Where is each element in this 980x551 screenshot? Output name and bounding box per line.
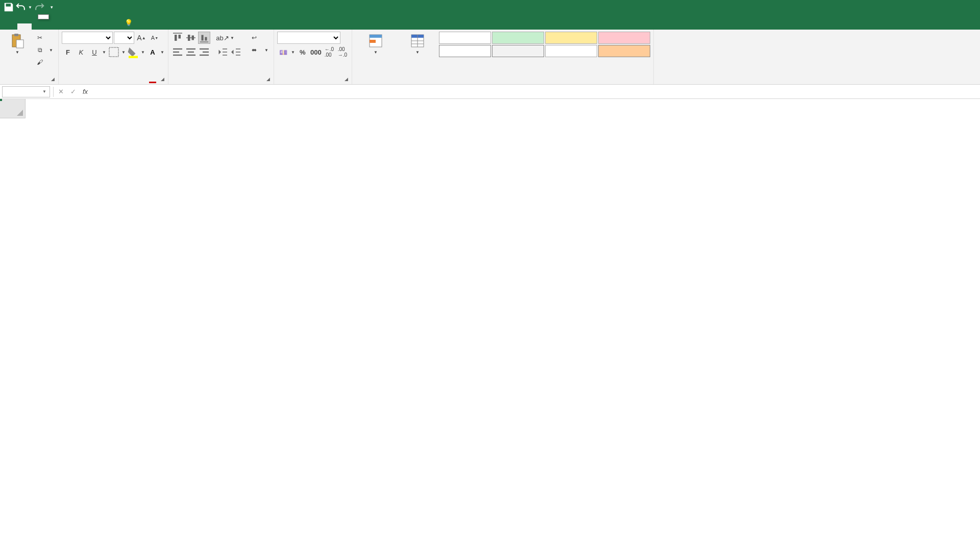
tab-daten[interactable] [75, 23, 89, 30]
style-ausgabe[interactable] [439, 45, 491, 57]
format-as-table-button[interactable]: ▼ [398, 32, 437, 56]
align-bottom-button[interactable] [198, 32, 210, 44]
style-eingabe[interactable] [598, 45, 650, 57]
undo-tooltip [38, 14, 49, 19]
tab-seitenlayout[interactable] [46, 23, 60, 30]
tab-ueberpruefen[interactable] [89, 23, 103, 30]
font-launcher[interactable]: ◢ [160, 76, 166, 82]
wrap-text-button[interactable]: ↩ [248, 32, 271, 44]
cancel-formula-button[interactable]: ✕ [55, 86, 67, 97]
alignment-launcher[interactable]: ◢ [265, 76, 272, 82]
tab-start[interactable] [17, 23, 32, 30]
fill-color-dropdown[interactable]: ▼ [140, 46, 145, 58]
svg-rect-13 [205, 37, 207, 41]
align-center-button[interactable] [185, 46, 197, 58]
spreadsheet-grid[interactable] [0, 99, 980, 551]
style-neutral[interactable] [545, 32, 597, 44]
orientation-dropdown[interactable]: ▼ [230, 32, 235, 44]
accounting-format-button[interactable]: 💷 [277, 46, 289, 58]
chevron-down-icon: ▼ [415, 50, 420, 55]
tab-formeln[interactable] [60, 23, 75, 30]
chevron-down-icon: ▼ [42, 89, 46, 94]
copy-button[interactable]: ⧉▼ [34, 44, 55, 56]
align-middle-button[interactable] [185, 32, 197, 44]
align-left-button[interactable] [172, 46, 184, 58]
font-color-dropdown[interactable]: ▼ [160, 46, 165, 58]
chevron-down-icon: ▼ [264, 48, 268, 53]
decrease-font-button[interactable]: A▼ [149, 32, 161, 44]
group-styles: ▼ ▼ [352, 30, 654, 84]
quick-access-toolbar: ▼ ▾ [0, 2, 57, 13]
conditional-icon [368, 33, 384, 49]
svg-rect-9 [188, 35, 190, 41]
tab-einfuegen[interactable] [32, 23, 46, 30]
svg-rect-10 [191, 36, 194, 40]
redo-button[interactable] [34, 2, 45, 13]
svg-rect-3 [109, 47, 118, 57]
comma-button[interactable]: 000 [310, 46, 322, 58]
style-besuchter[interactable] [545, 45, 597, 57]
scissors-icon: ✂ [36, 34, 44, 42]
tab-ansicht[interactable] [103, 23, 117, 30]
merge-center-button[interactable]: ⬌▼ [248, 44, 271, 56]
qat-customize[interactable]: ▾ [46, 2, 57, 13]
svg-rect-1 [14, 34, 18, 36]
group-clipboard: ▼ ✂ ⧉▼ 🖌 ◢ [0, 30, 59, 84]
percent-button[interactable]: % [297, 46, 309, 58]
chevron-down-icon: ▼ [374, 50, 378, 55]
increase-indent-button[interactable] [230, 46, 242, 58]
group-alignment: ab↗ ▼ ↩ ⬌▼ ◢ [168, 30, 274, 84]
style-standard[interactable] [439, 32, 491, 44]
save-button[interactable] [3, 2, 14, 13]
group-number: 💷 ▼ % 000 ←.0.00 .00→.0 ◢ [274, 30, 352, 84]
style-berechnung[interactable] [492, 45, 544, 57]
increase-font-button[interactable]: A▲ [135, 32, 148, 44]
name-box[interactable]: ▼ [2, 86, 50, 97]
orientation-button[interactable]: ab↗ [216, 32, 229, 44]
select-all-button[interactable] [0, 99, 26, 118]
format-painter-button[interactable]: 🖌 [34, 56, 55, 68]
svg-rect-7 [178, 35, 181, 39]
align-right-button[interactable] [198, 46, 210, 58]
enter-formula-button[interactable]: ✓ [67, 86, 79, 97]
borders-dropdown[interactable]: ▼ [121, 46, 126, 58]
undo-dropdown[interactable]: ▼ [28, 2, 33, 13]
bold-button[interactable]: F [62, 46, 74, 58]
decrease-indent-button[interactable] [216, 46, 229, 58]
style-schlecht[interactable] [598, 32, 650, 44]
italic-button[interactable]: K [75, 46, 87, 58]
formula-input[interactable] [91, 86, 980, 97]
increase-decimal-button[interactable]: ←.0.00 [323, 46, 335, 58]
tell-me-search[interactable]: 💡 [117, 16, 143, 30]
fill-color-button[interactable] [127, 46, 139, 58]
cut-button[interactable]: ✂ [34, 32, 55, 44]
svg-rect-4 [129, 56, 138, 59]
underline-dropdown[interactable]: ▼ [102, 46, 107, 58]
align-top-button[interactable] [172, 32, 184, 44]
table-icon [409, 33, 426, 49]
accounting-dropdown[interactable]: ▼ [290, 46, 296, 58]
formula-bar: ▼ ✕ ✓ fx [0, 85, 980, 99]
paste-icon [9, 33, 26, 49]
paste-button[interactable]: ▼ [3, 32, 32, 56]
undo-button[interactable] [15, 2, 27, 13]
borders-button[interactable] [108, 46, 120, 58]
underline-button[interactable]: U [88, 46, 101, 58]
style-gut[interactable] [492, 32, 544, 44]
ribbon-tabs: 💡 [0, 14, 980, 30]
font-color-button[interactable]: A [146, 46, 159, 58]
svg-rect-30 [370, 35, 382, 38]
conditional-formatting-button[interactable]: ▼ [355, 32, 396, 56]
svg-rect-12 [201, 35, 203, 41]
number-format-combo[interactable] [277, 32, 340, 44]
wrap-icon: ↩ [250, 34, 258, 42]
brush-icon: 🖌 [36, 58, 44, 66]
tab-datei[interactable] [3, 23, 17, 30]
insert-function-button[interactable]: fx [79, 86, 91, 97]
merge-icon: ⬌ [250, 46, 258, 54]
decrease-decimal-button[interactable]: .00→.0 [336, 46, 349, 58]
number-launcher[interactable]: ◢ [344, 76, 350, 82]
font-name-combo[interactable] [62, 32, 113, 44]
font-size-combo[interactable] [114, 32, 134, 44]
clipboard-launcher[interactable]: ◢ [50, 76, 56, 82]
